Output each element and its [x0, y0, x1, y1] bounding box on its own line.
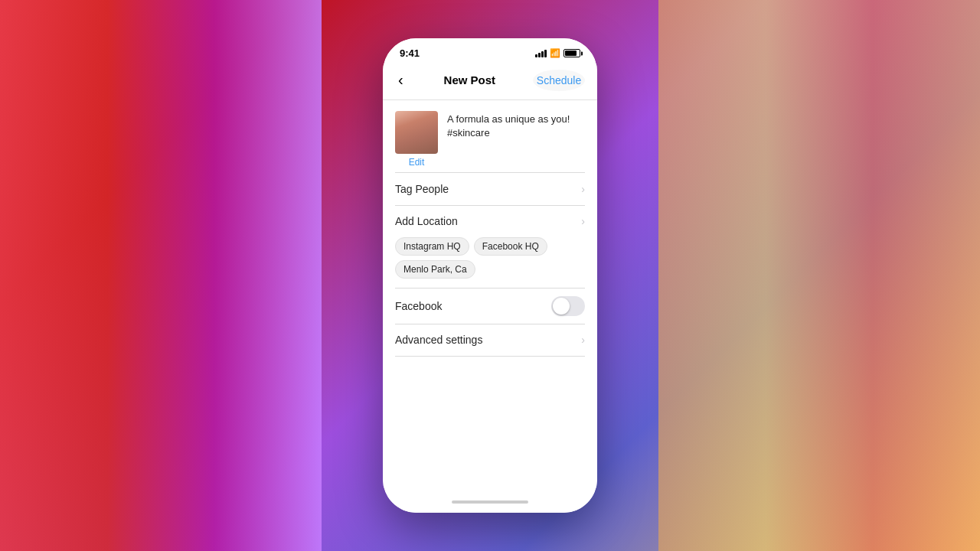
facebook-label: Facebook [395, 300, 442, 312]
back-button[interactable]: ‹ [395, 68, 407, 92]
signal-icon [535, 50, 547, 57]
content-area: Edit A formula as unique as you! #skinca… [383, 100, 597, 494]
post-caption: A formula as unique as you! #skincare [447, 111, 585, 140]
post-thumbnail [395, 111, 438, 154]
tag-people-row[interactable]: Tag People › [383, 173, 597, 205]
edit-button[interactable]: Edit [409, 157, 425, 168]
toggle-thumb [553, 298, 570, 315]
battery-icon [564, 49, 580, 57]
home-bar [452, 500, 528, 504]
chevron-icon-advanced: › [581, 334, 585, 346]
add-location-label: Add Location [395, 215, 458, 227]
tag-people-label: Tag People [395, 183, 449, 195]
chevron-icon: › [581, 183, 585, 195]
phone-frame: 9:41 📶 ‹ New Post Schedule [383, 38, 597, 513]
location-tags-container: Instagram HQ Facebook HQ Menlo Park, Ca [383, 237, 597, 288]
bg-right [658, 0, 980, 551]
facebook-row: Facebook [383, 289, 597, 324]
divider-5 [395, 356, 585, 357]
home-indicator [383, 494, 597, 513]
wifi-icon: 📶 [550, 48, 560, 58]
thumbnail-image [395, 111, 438, 154]
schedule-button[interactable]: Schedule [533, 70, 585, 91]
advanced-settings-label: Advanced settings [395, 334, 482, 346]
nav-header: ‹ New Post Schedule [383, 62, 597, 100]
add-location-row[interactable]: Add Location › [383, 205, 597, 237]
status-icons: 📶 [535, 48, 580, 58]
page-title: New Post [444, 73, 496, 86]
facebook-toggle[interactable] [551, 296, 585, 316]
status-time: 9:41 [400, 47, 420, 59]
list-item[interactable]: Menlo Park, Ca [395, 260, 475, 279]
list-item[interactable]: Instagram HQ [395, 237, 469, 256]
chevron-icon-location: › [581, 215, 585, 227]
list-item[interactable]: Facebook HQ [474, 237, 547, 256]
thumbnail-wrapper: Edit [395, 111, 438, 168]
advanced-settings-row[interactable]: Advanced settings › [383, 324, 597, 356]
bg-left [0, 0, 322, 551]
post-preview: Edit A formula as unique as you! #skinca… [383, 100, 597, 172]
status-bar: 9:41 📶 [383, 38, 597, 62]
